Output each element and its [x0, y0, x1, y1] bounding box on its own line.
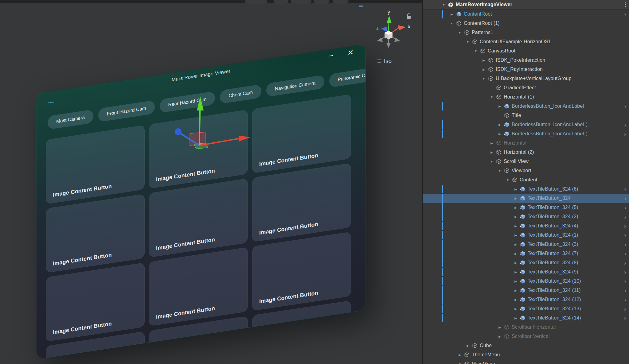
prefab-open-chevron-icon[interactable]: ›	[624, 296, 626, 303]
gizmo-center-cube[interactable]	[385, 31, 393, 39]
hierarchy-row[interactable]: ▶Cube	[423, 341, 629, 350]
foldout-closed-icon[interactable]: ▶	[480, 59, 487, 62]
hierarchy-row[interactable]: ▶TextTileButton_324 (11)›	[423, 286, 629, 295]
hierarchy-row[interactable]: GradientEffect	[423, 83, 629, 92]
foldout-closed-icon[interactable]: ▶	[512, 206, 519, 209]
hierarchy-row[interactable]: ▶Horizontal (2)	[423, 148, 629, 157]
toolbar-button[interactable]	[274, 0, 288, 4]
foldout-closed-icon[interactable]: ▶	[512, 215, 519, 219]
hierarchy-row[interactable]: ▶TextTileButton_324 (7)›	[423, 249, 629, 258]
foldout-closed-icon[interactable]: ▶	[512, 252, 519, 255]
foldout-closed-icon[interactable]: ▶	[512, 261, 519, 265]
foldout-closed-icon[interactable]: ▶	[512, 270, 519, 274]
foldout-open-icon[interactable]: ▼	[488, 95, 495, 99]
toolbar-button[interactable]	[291, 0, 311, 4]
minimize-button[interactable]: −	[329, 51, 334, 60]
foldout-closed-icon[interactable]: ▶	[488, 141, 495, 145]
foldout-open-icon[interactable]: ▼	[440, 3, 447, 6]
hierarchy-row[interactable]: ▶ThemeMenu	[423, 350, 629, 359]
foldout-open-icon[interactable]: ▼	[504, 178, 511, 182]
prefab-open-chevron-icon[interactable]: ›	[624, 223, 626, 229]
prefab-open-chevron-icon[interactable]: ›	[624, 103, 626, 109]
hierarchy-row[interactable]: ▶Horizontal	[423, 138, 629, 148]
close-button[interactable]: ×	[348, 47, 353, 58]
prefab-open-chevron-icon[interactable]: ›	[624, 232, 626, 238]
hierarchy-row[interactable]: ▼ContentRoot (1)	[423, 19, 629, 28]
hierarchy-row[interactable]: ▶Scrollbar Vertical	[423, 332, 629, 341]
x-axis-cone[interactable]	[239, 136, 250, 141]
foldout-closed-icon[interactable]: ▶	[480, 68, 487, 71]
hierarchy-row[interactable]: ▶BorderlessButton_IconAndLabel (›	[423, 129, 629, 138]
hierarchy-row[interactable]: ▶BorderlessButton_IconAndLabel (›	[423, 120, 629, 129]
tab-navigation-camera[interactable]: Navigation Camera	[266, 75, 324, 97]
hierarchy-row[interactable]: ▶ContentRoot›	[423, 10, 629, 19]
foldout-closed-icon[interactable]: ▶	[512, 188, 519, 191]
x-axis-cone[interactable]	[398, 25, 406, 30]
move-tool-gizmo[interactable]	[147, 81, 258, 210]
toolbar-button[interactable]	[314, 0, 330, 4]
image-content-tile[interactable]: Image Content Button	[149, 247, 248, 326]
foldout-open-icon[interactable]: ▼	[456, 362, 463, 364]
prefab-open-chevron-icon[interactable]: ›	[624, 250, 626, 257]
hierarchy-row[interactable]: ▶TextTileButton_324 (12)›	[423, 295, 629, 304]
hierarchy-row[interactable]: ▶TextTileButton_324›	[423, 194, 629, 203]
foldout-closed-icon[interactable]: ▶	[496, 335, 503, 338]
foldout-closed-icon[interactable]: ▶	[496, 105, 503, 108]
hierarchy-row[interactable]: ▼CanvasRoot	[423, 46, 629, 56]
hierarchy-row[interactable]: ▶TextTileButton_324 (6)›	[423, 184, 629, 194]
hierarchy-row[interactable]: ▼Horizontal (1)	[423, 92, 629, 102]
z-axis-cone[interactable]	[381, 27, 388, 32]
image-content-tile[interactable]: Image Content Button	[252, 232, 351, 311]
foldout-open-icon[interactable]: ▼	[480, 77, 487, 80]
foldout-closed-icon[interactable]: ▶	[512, 307, 519, 311]
neg-x-cone[interactable]	[377, 38, 383, 42]
foldout-closed-icon[interactable]: ▶	[512, 289, 519, 292]
hierarchy-row[interactable]: ▶BorderlessButton_IconAndLabel›	[423, 102, 629, 111]
image-content-tile[interactable]: Image Content Button	[46, 194, 145, 273]
prefab-open-chevron-icon[interactable]: ›	[624, 195, 626, 201]
foldout-closed-icon[interactable]: ▶	[512, 197, 519, 200]
foldout-closed-icon[interactable]: ▶	[512, 224, 519, 228]
foldout-open-icon[interactable]: ▼	[456, 31, 463, 34]
foldout-closed-icon[interactable]: ▶	[496, 326, 503, 329]
foldout-closed-icon[interactable]: ▶	[456, 353, 463, 357]
foldout-closed-icon[interactable]: ▶	[512, 316, 519, 320]
hierarchy-row[interactable]: ▶TextTileButton_324 (1)›	[423, 230, 629, 240]
hierarchy-row[interactable]: ▼Viewport	[423, 166, 629, 175]
foldout-closed-icon[interactable]: ▶	[464, 344, 471, 347]
neg-z-cone[interactable]	[394, 38, 400, 42]
hierarchy-scene-header[interactable]: ▼ MarsRoverImageViewer	[423, 0, 629, 10]
toolbar-button[interactable]	[245, 0, 267, 4]
hierarchy-row[interactable]: ▼Scroll View	[423, 157, 629, 166]
foldout-closed-icon[interactable]: ▶	[512, 298, 519, 301]
foldout-open-icon[interactable]: ▼	[464, 40, 471, 44]
foldout-closed-icon[interactable]: ▶	[488, 151, 495, 154]
hierarchy-row[interactable]: ▶Scrollbar Horizontal	[423, 323, 629, 332]
foldout-closed-icon[interactable]: ▶	[496, 123, 503, 126]
prefab-open-chevron-icon[interactable]: ›	[624, 287, 626, 293]
image-content-tile[interactable]: Image Content Button	[252, 300, 351, 359]
prefab-open-chevron-icon[interactable]: ›	[624, 269, 626, 275]
foldout-closed-icon[interactable]: ▶	[496, 132, 503, 136]
y-axis-cone[interactable]	[197, 96, 204, 110]
foldout-closed-icon[interactable]: ▶	[512, 280, 519, 283]
image-content-tile[interactable]: Image Content Button	[46, 125, 145, 204]
overlay-hamburger-icon[interactable]: ≡	[359, 2, 363, 10]
neg-y-cone[interactable]	[386, 43, 391, 48]
image-content-tile[interactable]: Image Content Button	[252, 163, 351, 242]
lock-icon[interactable]	[406, 13, 412, 19]
tab-panoramic-camera[interactable]: Panoramic Camera	[329, 65, 366, 87]
hierarchy-row[interactable]: ▶TextTileButton_324 (9)›	[423, 267, 629, 277]
prefab-open-chevron-icon[interactable]: ›	[624, 315, 626, 321]
hierarchy-row[interactable]: ▶TextTileButton_324 (8)›	[423, 258, 629, 267]
prefab-open-chevron-icon[interactable]: ›	[624, 278, 626, 284]
hierarchy-row[interactable]: ▶TextTileButton_324 (5)›	[423, 203, 629, 212]
prefab-open-chevron-icon[interactable]: ›	[624, 306, 626, 312]
hierarchy-row[interactable]: ▼MainMenu	[423, 359, 629, 364]
prefab-open-chevron-icon[interactable]: ›	[624, 214, 626, 220]
foldout-closed-icon[interactable]: ▶	[512, 234, 519, 237]
foldout-open-icon[interactable]: ▼	[472, 49, 479, 53]
projection-toggle[interactable]: ≡ Iso	[377, 58, 392, 64]
prefab-open-chevron-icon[interactable]: ›	[624, 11, 626, 17]
foldout-closed-icon[interactable]: ▶	[448, 13, 455, 16]
